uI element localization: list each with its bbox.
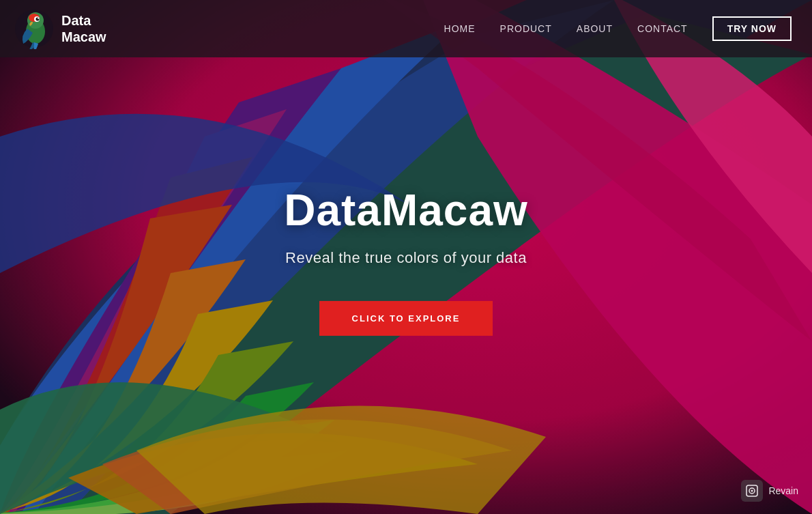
logo-icon (14, 8, 55, 49)
logo-line1: Data (61, 13, 91, 28)
svg-point-7 (38, 18, 39, 19)
nav-about[interactable]: ABOUT (577, 23, 613, 34)
nav-product[interactable]: PRODUCT (500, 23, 552, 34)
revain-icon (741, 480, 763, 502)
nav-contact[interactable]: CONTACT (637, 23, 688, 34)
revain-label: Revain (768, 485, 798, 496)
navbar: Data Macaw HOME PRODUCT ABOUT CONTACT TR… (0, 0, 812, 57)
hero-section: Data Macaw HOME PRODUCT ABOUT CONTACT TR… (0, 0, 812, 514)
revain-badge: Revain (741, 480, 798, 502)
svg-point-6 (36, 18, 40, 21)
hero-title: DataMacaw (167, 184, 645, 235)
try-now-button[interactable]: TRY NOW (712, 16, 792, 41)
logo-text: Data Macaw (61, 12, 106, 45)
hero-subtitle: Reveal the true colors of your data (167, 248, 645, 266)
logo-line2: Macaw (61, 29, 106, 44)
nav-home[interactable]: HOME (444, 23, 476, 34)
explore-button[interactable]: CLICK TO EXPLORE (319, 300, 493, 335)
hero-content: DataMacaw Reveal the true colors of your… (167, 184, 645, 335)
nav-links: HOME PRODUCT ABOUT CONTACT TRY NOW (444, 16, 792, 41)
svg-point-10 (751, 490, 753, 492)
logo[interactable]: Data Macaw (14, 8, 106, 49)
